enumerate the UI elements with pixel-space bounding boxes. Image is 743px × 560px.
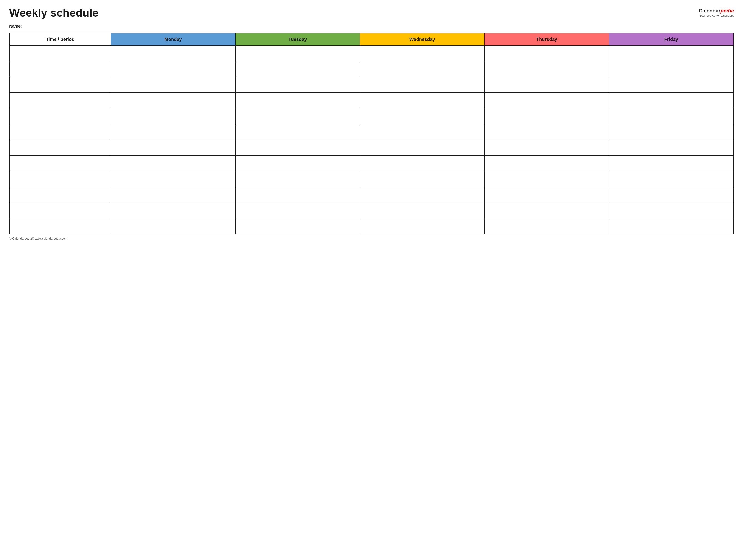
table-cell[interactable]: [609, 187, 734, 203]
table-cell[interactable]: [360, 203, 485, 218]
name-section: Name:: [9, 24, 734, 29]
table-row: [9, 156, 734, 171]
table-cell[interactable]: [360, 61, 485, 77]
footer: © Calendarpedia® www.calendarpedia.com: [9, 237, 734, 240]
table-cell[interactable]: [485, 77, 609, 93]
table-cell[interactable]: [609, 124, 734, 140]
table-cell[interactable]: [111, 124, 235, 140]
schedule-table: Time / period Monday Tuesday Wednesday T…: [9, 33, 734, 234]
table-cell[interactable]: [360, 93, 485, 109]
table-cell[interactable]: [360, 187, 485, 203]
logo-calendar-part: Calendar: [699, 8, 720, 14]
table-cell[interactable]: [360, 171, 485, 187]
table-cell[interactable]: [9, 93, 111, 109]
table-row: [9, 187, 734, 203]
table-cell[interactable]: [111, 218, 235, 234]
table-cell[interactable]: [609, 156, 734, 171]
table-header-row: Time / period Monday Tuesday Wednesday T…: [9, 33, 734, 46]
table-cell[interactable]: [485, 171, 609, 187]
table-cell[interactable]: [9, 187, 111, 203]
header-tuesday: Tuesday: [235, 33, 360, 46]
table-cell[interactable]: [111, 93, 235, 109]
table-cell[interactable]: [235, 46, 360, 61]
table-cell[interactable]: [360, 218, 485, 234]
table-cell[interactable]: [485, 93, 609, 109]
table-cell[interactable]: [360, 46, 485, 61]
table-cell[interactable]: [9, 171, 111, 187]
table-cell[interactable]: [360, 77, 485, 93]
table-cell[interactable]: [235, 203, 360, 218]
logo: Calendarpedia: [699, 8, 734, 14]
table-cell[interactable]: [235, 93, 360, 109]
table-cell[interactable]: [111, 171, 235, 187]
table-cell[interactable]: [235, 124, 360, 140]
table-row: [9, 77, 734, 93]
table-cell[interactable]: [485, 46, 609, 61]
table-cell[interactable]: [9, 156, 111, 171]
table-row: [9, 109, 734, 124]
table-cell[interactable]: [609, 140, 734, 156]
table-cell[interactable]: [609, 171, 734, 187]
table-cell[interactable]: [9, 77, 111, 93]
table-cell[interactable]: [360, 124, 485, 140]
table-cell[interactable]: [485, 218, 609, 234]
table-cell[interactable]: [111, 77, 235, 93]
table-cell[interactable]: [111, 203, 235, 218]
table-cell[interactable]: [9, 203, 111, 218]
table-cell[interactable]: [485, 140, 609, 156]
table-cell[interactable]: [360, 109, 485, 124]
table-cell[interactable]: [9, 140, 111, 156]
page-header: Weekly schedule Calendarpedia Your sourc…: [9, 7, 734, 19]
table-cell[interactable]: [485, 156, 609, 171]
table-cell[interactable]: [111, 46, 235, 61]
table-row: [9, 140, 734, 156]
table-cell[interactable]: [235, 109, 360, 124]
table-row: [9, 46, 734, 61]
table-cell[interactable]: [235, 61, 360, 77]
table-cell[interactable]: [609, 61, 734, 77]
table-cell[interactable]: [609, 109, 734, 124]
table-cell[interactable]: [485, 124, 609, 140]
table-cell[interactable]: [235, 187, 360, 203]
page-title: Weekly schedule: [9, 7, 98, 19]
table-cell[interactable]: [111, 109, 235, 124]
logo-tagline: Your source for calendars: [699, 14, 734, 17]
table-row: [9, 171, 734, 187]
table-row: [9, 218, 734, 234]
table-cell[interactable]: [235, 156, 360, 171]
header-time: Time / period: [9, 33, 111, 46]
table-cell[interactable]: [235, 171, 360, 187]
header-friday: Friday: [609, 33, 734, 46]
header-wednesday: Wednesday: [360, 33, 485, 46]
table-cell[interactable]: [111, 187, 235, 203]
table-cell[interactable]: [609, 77, 734, 93]
table-cell[interactable]: [485, 109, 609, 124]
table-row: [9, 61, 734, 77]
table-cell[interactable]: [9, 109, 111, 124]
name-label: Name:: [9, 24, 22, 29]
footer-text: © Calendarpedia® www.calendarpedia.com: [9, 237, 68, 240]
table-cell[interactable]: [609, 203, 734, 218]
table-cell[interactable]: [485, 187, 609, 203]
table-cell[interactable]: [609, 218, 734, 234]
header-thursday: Thursday: [485, 33, 609, 46]
logo-pedia-part: pedia: [720, 8, 734, 14]
table-cell[interactable]: [9, 61, 111, 77]
table-cell[interactable]: [485, 203, 609, 218]
header-monday: Monday: [111, 33, 235, 46]
table-cell[interactable]: [111, 156, 235, 171]
table-cell[interactable]: [485, 61, 609, 77]
table-row: [9, 203, 734, 218]
table-cell[interactable]: [9, 46, 111, 61]
table-cell[interactable]: [609, 46, 734, 61]
table-cell[interactable]: [360, 140, 485, 156]
table-cell[interactable]: [360, 156, 485, 171]
table-cell[interactable]: [235, 140, 360, 156]
table-cell[interactable]: [111, 140, 235, 156]
table-cell[interactable]: [9, 124, 111, 140]
table-cell[interactable]: [235, 77, 360, 93]
table-cell[interactable]: [235, 218, 360, 234]
table-cell[interactable]: [9, 218, 111, 234]
table-cell[interactable]: [111, 61, 235, 77]
table-cell[interactable]: [609, 93, 734, 109]
